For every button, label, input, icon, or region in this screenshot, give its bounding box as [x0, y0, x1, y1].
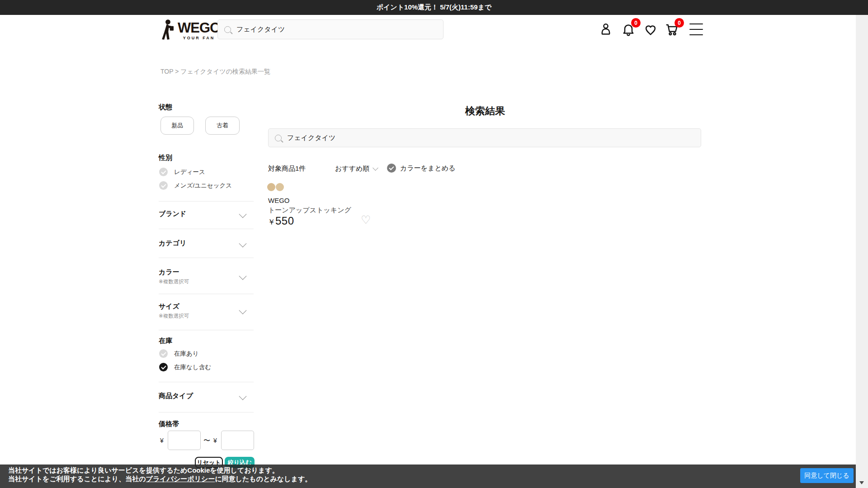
product-color-swatches	[267, 183, 284, 191]
notifications-button[interactable]: 0	[620, 21, 637, 38]
wego-logo[interactable]: WEGO YOUR FAN	[159, 19, 220, 42]
product-price: ￥550	[268, 215, 294, 227]
results-search-input[interactable]	[286, 134, 677, 142]
filter-stock-title: 在庫	[159, 337, 172, 345]
cookie-text-line1: 当社サイトではお客様により良いサービスを提供するためCookieを使用しておりま…	[8, 466, 279, 475]
breadcrumb-current: フェイクタイツの検索結果一覧	[180, 68, 270, 75]
header: WEGO YOUR FAN 0 0	[0, 15, 868, 47]
filter-price-title: 価格帯	[159, 420, 179, 428]
cookie-banner: 当社サイトではお客様により良いサービスを提供するためCookieを使用しておりま…	[0, 465, 856, 488]
heart-icon	[643, 23, 658, 37]
logo-title: WEGO	[178, 21, 220, 35]
privacy-policy-link[interactable]: プライバシーポリシー	[146, 475, 215, 483]
filter-gender-title: 性別	[159, 154, 172, 162]
price-currency-label: ¥	[213, 437, 217, 444]
favorite-heart-icon[interactable]: ♡	[361, 214, 371, 225]
hamburger-menu-button[interactable]	[688, 21, 704, 38]
divider	[159, 330, 254, 330]
divider	[159, 294, 254, 294]
notification-badge: 0	[631, 18, 641, 28]
filter-color-note: ※複数選択可	[159, 278, 254, 285]
price-currency-label: ¥	[160, 437, 164, 444]
condition-used-button[interactable]: 古着	[205, 117, 240, 135]
condition-new-button[interactable]: 新品	[160, 117, 194, 135]
divider	[159, 258, 254, 258]
divider	[159, 229, 254, 229]
results-search	[268, 128, 701, 147]
cookie-text-line2: 当社サイトをご利用することにより、当社のプライバシーポリシーに同意したものとみな…	[8, 475, 311, 483]
gender-option-ladies[interactable]: レディース	[159, 168, 205, 176]
header-search-input[interactable]	[236, 25, 427, 34]
filter-product-type-header[interactable]: 商品タイプ	[159, 392, 254, 400]
promo-banner-text: ポイント10%還元！ 5/7(火)11:59まで	[377, 3, 492, 12]
cookie-accept-button[interactable]: 同意して閉じる	[800, 468, 854, 483]
checkbox-unchecked-icon	[159, 168, 168, 176]
stock-option-include-out-of-stock[interactable]: 在庫なし含む	[159, 363, 211, 371]
color-swatch	[276, 183, 284, 191]
page-title: 検索結果	[268, 104, 702, 118]
search-icon	[224, 26, 231, 33]
cart-button[interactable]: 0	[664, 21, 680, 38]
scrollbar-down-arrow-icon[interactable]	[859, 481, 864, 484]
header-search	[217, 19, 443, 39]
sort-dropdown[interactable]: おすすめ順	[335, 164, 377, 173]
filter-category-header[interactable]: カテゴリ	[159, 239, 254, 248]
account-icon	[599, 22, 613, 37]
wego-logo-figure-icon	[159, 19, 175, 42]
chevron-down-icon	[373, 165, 379, 171]
chevron-down-icon	[239, 393, 247, 400]
account-button[interactable]	[598, 21, 614, 38]
scrollbar-track[interactable]	[856, 15, 868, 488]
checkbox-checked-icon	[387, 164, 396, 173]
favorites-button[interactable]	[642, 22, 659, 38]
filter-condition-title: 状態	[159, 103, 172, 112]
cart-badge: 0	[675, 18, 684, 28]
gender-option-mens-unisex[interactable]: メンズ/ユニセックス	[159, 181, 232, 190]
breadcrumb-top-link[interactable]: TOP	[160, 68, 173, 75]
divider	[159, 412, 254, 413]
divider	[159, 382, 254, 382]
checkbox-checked-icon	[159, 363, 168, 371]
price-min-input[interactable]	[168, 431, 201, 450]
product-brand[interactable]: WEGO	[268, 197, 290, 204]
price-range-separator: 〜	[203, 436, 210, 445]
breadcrumb: TOP > フェイクタイツの検索結果一覧	[160, 68, 270, 76]
chevron-down-icon	[239, 211, 247, 218]
filter-color-header[interactable]: カラー ※複数選択可	[159, 268, 254, 285]
promo-banner[interactable]: ポイント10%還元！ 5/7(火)11:59まで	[0, 0, 868, 15]
filter-size-note: ※複数選択可	[159, 313, 254, 319]
divider	[159, 201, 254, 202]
filter-size-header[interactable]: サイズ ※複数選択可	[159, 302, 254, 319]
search-icon	[275, 135, 282, 141]
product-name[interactable]: トーンアップストッキング	[268, 206, 351, 215]
checkbox-unchecked-icon	[159, 181, 168, 190]
filter-brand-header[interactable]: ブランド	[159, 210, 254, 218]
stock-option-in-stock[interactable]: 在庫あり	[159, 349, 199, 358]
chevron-down-icon	[239, 240, 247, 248]
logo-tagline: YOUR FAN	[178, 36, 220, 40]
result-count: 対象商品1件	[268, 164, 306, 173]
group-colors-toggle[interactable]: カラーをまとめる	[387, 164, 455, 173]
checkbox-unchecked-icon	[159, 349, 168, 358]
price-max-input[interactable]	[221, 431, 254, 450]
color-swatch	[267, 183, 275, 191]
